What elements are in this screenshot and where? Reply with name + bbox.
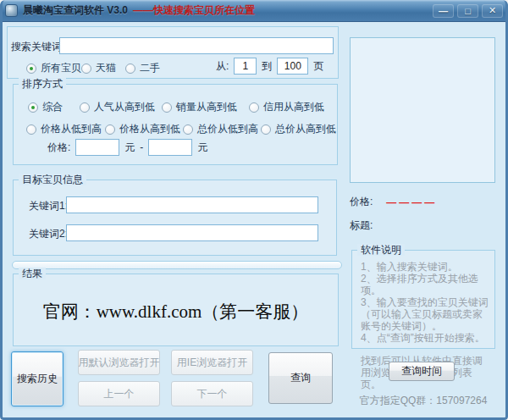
item-preview-box [350, 37, 495, 183]
progress-bar [12, 261, 342, 269]
instructions-title: 软件说明 [357, 244, 405, 256]
official-site-text: 官网：www.dlkf.com（第一客服） [14, 300, 338, 323]
result-section-title: 结果 [19, 268, 46, 279]
page-to-input[interactable] [277, 58, 308, 75]
radio-dot-icon [249, 102, 259, 113]
radio-label: 天猫 [96, 61, 116, 75]
official-qq-group-text: 官方指定QQ群：157097264 [343, 394, 504, 408]
app-window: 晨曦淘宝查词软件 V3.0 ——快速搜索宝贝所在位置 — □ ✕ 搜索关键词: … [0, 0, 508, 420]
radio-label: 二手 [140, 61, 160, 75]
instructions-section: 软件说明 1、输入搜索关键词。 2、选择排序方式及其他选项。 3、输入要查找的宝… [351, 250, 495, 349]
window-title: 晨曦淘宝查词软件 V3.0 [23, 3, 128, 18]
instruction-line [361, 344, 489, 355]
page-from-input[interactable] [234, 58, 257, 75]
open-ie-browser-button[interactable]: 用IE浏览器打开 [171, 350, 253, 375]
radio-dot-icon [28, 102, 38, 113]
radio-label: 价格从高到低 [119, 122, 180, 136]
radio-label: 信用从高到低 [263, 100, 324, 114]
page-range-group: 从: 到 页 [216, 58, 323, 75]
price-dash-label: - [140, 141, 143, 153]
item-price-value: ———— [386, 196, 437, 208]
price-unit1-label: 元 [124, 141, 135, 155]
radio-label: 销量从高到低 [176, 100, 237, 114]
radio-sort-sales-desc[interactable]: 销量从高到低 [162, 100, 237, 114]
titlebar: 晨曦淘宝查词软件 V3.0 ——快速搜索宝贝所在位置 — □ ✕ [0, 0, 508, 22]
target-item-section: 目标宝贝信息 关键词1: 关键词2: [13, 180, 337, 256]
radio-label: 综合 [42, 100, 63, 114]
radio-dot-icon [261, 124, 271, 135]
price-max-input[interactable] [148, 139, 192, 156]
search-section: 搜索关键词: 所有宝贝 天猫 二手 从: 到 页 [7, 26, 339, 79]
item-title-label: 标题: [350, 218, 373, 233]
previous-button[interactable]: 上一个 [78, 381, 160, 406]
radio-dot-icon [26, 124, 36, 135]
radio-sort-default[interactable]: 综合 [28, 100, 63, 114]
search-keyword-label: 搜索关键词: [11, 40, 64, 54]
keyword1-label: 关键词1: [29, 199, 68, 213]
sort-section-title: 排序方式 [19, 78, 66, 90]
result-section: 结果 官网：www.dlkf.com（第一客服） [13, 274, 339, 346]
minimize-icon[interactable]: — [433, 4, 454, 18]
window-controls: — □ ✕ [433, 4, 503, 18]
price-min-input[interactable] [75, 139, 119, 156]
radio-sort-price-asc[interactable]: 价格从低到高 [26, 122, 102, 136]
radio-dot-icon [80, 102, 90, 113]
radio-label: 人气从高到低 [94, 100, 155, 114]
radio-secondhand[interactable]: 二手 [125, 61, 160, 75]
radio-dot-icon [26, 64, 36, 74]
keyword1-input[interactable] [66, 196, 318, 213]
next-button[interactable]: 下一个 [171, 381, 253, 406]
radio-label: 总价从高到低 [275, 122, 336, 136]
app-icon [5, 4, 18, 17]
item-title-row: 标题: [350, 218, 373, 233]
price-range-group: 价格: 元 - 元 [47, 139, 207, 156]
query-button[interactable]: 查询 [268, 352, 333, 404]
target-section-title: 目标宝贝信息 [19, 174, 86, 185]
radio-sort-credit-desc[interactable]: 信用从高到低 [249, 100, 324, 114]
page-unit-label: 页 [313, 59, 323, 74]
page-from-label: 从: [216, 59, 229, 74]
search-keyword-input[interactable] [59, 37, 334, 54]
open-default-browser-button[interactable]: 用默认浏览器打开 [78, 350, 160, 375]
search-history-button[interactable]: 搜索历史 [11, 351, 64, 406]
radio-sort-total-asc[interactable]: 总价从低到高 [183, 122, 258, 136]
price-unit2-label: 元 [197, 141, 207, 155]
keyword2-label: 关键词2: [29, 227, 68, 241]
page-to-label: 到 [262, 59, 272, 74]
instruction-line: 2、选择排序方式及其他选项。 [361, 273, 489, 296]
window-subtitle: ——快速搜索宝贝所在位置 [133, 3, 255, 18]
instruction-line: 1、输入搜索关键词。 [361, 261, 489, 273]
radio-sort-total-desc[interactable]: 总价从高到低 [261, 122, 336, 136]
sort-section: 排序方式 综合 人气从高到低 销量从高到低 信用从高到低 价格从低到高 价格从高… [13, 84, 338, 165]
radio-dot-icon [81, 64, 91, 74]
query-time-button[interactable]: 查询时间 [389, 362, 455, 381]
radio-label: 总价从低到高 [197, 122, 258, 136]
radio-sort-price-desc[interactable]: 价格从高到低 [105, 122, 180, 136]
item-price-label: 价格: [350, 195, 373, 209]
instruction-line: 3、输入要查找的宝贝关键词（可以输入宝贝标题或卖家账号的关键词）。 [361, 296, 489, 332]
radio-dot-icon [105, 124, 115, 135]
radio-all-items[interactable]: 所有宝贝 [26, 61, 81, 75]
close-icon[interactable]: ✕ [482, 4, 503, 18]
instruction-line: 4、点“查询”按钮开始搜索。 [361, 332, 489, 344]
maximize-icon[interactable]: □ [457, 4, 478, 18]
radio-dot-icon [183, 124, 193, 135]
price-label: 价格: [47, 141, 70, 155]
radio-dot-icon [162, 102, 172, 113]
radio-dot-icon [125, 64, 135, 74]
radio-label: 价格从低到高 [41, 122, 102, 136]
item-price-row: 价格: ———— [350, 195, 437, 209]
radio-tmall[interactable]: 天猫 [81, 61, 116, 75]
radio-label: 所有宝贝 [41, 61, 81, 75]
radio-sort-popularity-desc[interactable]: 人气从高到低 [80, 100, 155, 114]
keyword2-input[interactable] [66, 224, 318, 241]
